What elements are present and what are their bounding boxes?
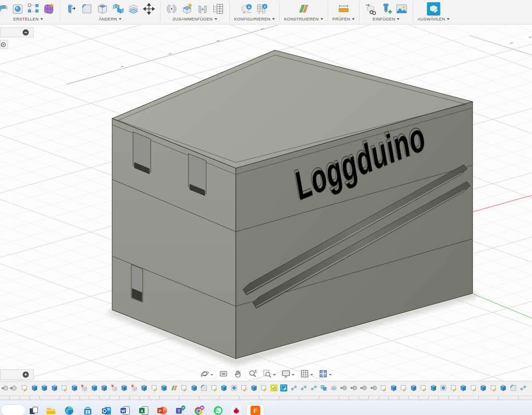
timeline-feature-suppressed[interactable] xyxy=(131,384,138,391)
fastener-icon[interactable] xyxy=(379,2,393,16)
timeline-panel-collapsed[interactable]: + xyxy=(0,369,34,380)
dropdown-caret-icon[interactable] xyxy=(329,374,332,375)
timeline-feature-rigid-group[interactable] xyxy=(340,384,347,391)
timeline-feature-sketch[interactable] xyxy=(61,384,68,391)
timeline-feature-rigid-group[interactable] xyxy=(370,384,377,391)
taskbar-app-excel[interactable]: X xyxy=(138,405,149,415)
dropdown-caret-icon[interactable] xyxy=(310,374,313,375)
timeline-feature-sketch-active[interactable] xyxy=(280,384,287,391)
sweep-icon[interactable] xyxy=(0,2,9,16)
timeline-feature-extrude[interactable] xyxy=(390,384,397,391)
model-box-loggduino[interactable]: Loggduino Loggduino xyxy=(0,25,532,381)
go-to-start-button[interactable] xyxy=(1,384,9,392)
form-icon[interactable] xyxy=(42,2,55,16)
measure-icon[interactable] xyxy=(337,2,350,16)
taskbar-app-powerpoint[interactable]: P xyxy=(156,405,167,415)
step-back-button[interactable] xyxy=(10,384,17,392)
move-icon[interactable] xyxy=(142,2,156,16)
timeline-feature-fillet[interactable] xyxy=(200,384,207,391)
timeline-feature-split[interactable] xyxy=(330,384,337,391)
taskbar-app-raspberry-pi[interactable] xyxy=(231,405,242,415)
timeline-feature-sketch[interactable] xyxy=(21,384,28,391)
look-at-button[interactable] xyxy=(218,368,229,381)
browser-collapse-button[interactable]: − xyxy=(23,29,29,36)
timeline-feature-extrude[interactable] xyxy=(430,384,437,391)
timeline-feature-sketch[interactable] xyxy=(400,384,407,391)
timeline-feature-extrude[interactable] xyxy=(160,384,168,391)
config-table-icon[interactable] xyxy=(255,2,269,16)
toolbar-group-label-konstruieren[interactable]: KONSTRUIEREN xyxy=(284,16,323,21)
timeline-feature-extrude[interactable] xyxy=(460,384,467,391)
viewport-canvas[interactable]: Loggduino Loggduino − + xyxy=(0,25,532,381)
grid-settings-button[interactable] xyxy=(299,368,314,381)
taskbar-app-task-view[interactable] xyxy=(28,405,39,415)
sketch-pattern-icon[interactable] xyxy=(27,2,40,16)
hole-icon[interactable] xyxy=(11,2,24,16)
toolbar-group-label-ausw-hlen[interactable]: AUSWÄHLEN xyxy=(418,16,450,21)
toolbar-group-label-zusammenf-gen[interactable]: ZUSAMMENFÜGEN xyxy=(172,16,217,21)
dropdown-caret-icon[interactable] xyxy=(292,374,294,375)
dropdown-caret-icon[interactable] xyxy=(273,374,276,375)
timeline-feature-extrude[interactable] xyxy=(410,384,417,391)
timeline-feature-rigid-group[interactable] xyxy=(350,384,357,391)
timeline-feature-suppressed[interactable] xyxy=(81,384,88,391)
timeline-feature-sketch[interactable] xyxy=(240,384,247,391)
timeline-feature-extrude[interactable] xyxy=(500,384,507,391)
derive-icon[interactable] xyxy=(364,2,377,16)
taskbar-app-chrome[interactable]: M xyxy=(194,405,204,415)
browser-panel-collapsed[interactable]: − xyxy=(0,28,34,37)
timeline-feature-joint[interactable] xyxy=(300,384,307,391)
taskbar-app-edge[interactable] xyxy=(64,405,74,415)
timeline-feature-extrude[interactable] xyxy=(480,384,487,391)
press-pull-icon[interactable] xyxy=(65,2,78,16)
timeline-feature-rigid-group[interactable] xyxy=(360,384,367,391)
timeline-feature-sketch[interactable] xyxy=(380,384,387,391)
timeline-feature-sketch[interactable] xyxy=(470,384,477,391)
split-icon[interactable] xyxy=(127,2,140,16)
taskbar-app-outlook[interactable] xyxy=(101,405,112,415)
as-built-joint-icon[interactable] xyxy=(196,2,209,16)
timeline-feature-sketch[interactable] xyxy=(260,384,267,391)
dropdown-caret-icon[interactable] xyxy=(211,374,213,375)
timeline-feature-sketch[interactable] xyxy=(211,384,218,391)
timeline-feature-extrude[interactable] xyxy=(71,384,78,391)
taskbar-app-store[interactable] xyxy=(82,405,93,415)
zoom-button[interactable] xyxy=(247,368,258,381)
canvas-icon[interactable] xyxy=(395,2,408,16)
timeline-feature-joint[interactable] xyxy=(310,384,317,391)
timeline-feature-sketch[interactable] xyxy=(151,384,158,391)
joint-icon[interactable] xyxy=(165,2,178,16)
timeline-feature-component-activate[interactable] xyxy=(270,384,278,391)
timeline-feature-extrude[interactable] xyxy=(121,384,128,391)
configure-icon[interactable] xyxy=(240,2,253,16)
timeline-feature-extrude[interactable] xyxy=(141,384,148,391)
toolbar-group-label-einf-gen[interactable]: EINFÜGEN xyxy=(373,16,400,21)
timeline-feature-plane[interactable] xyxy=(171,384,178,391)
browser-expand-chip[interactable] xyxy=(0,40,8,49)
timeline-expand-button[interactable]: + xyxy=(23,372,29,378)
timeline-feature-sketch[interactable] xyxy=(450,384,457,391)
timeline-feature-suppressed[interactable] xyxy=(111,384,118,391)
timeline-feature-sketch[interactable] xyxy=(420,384,427,391)
combine-icon[interactable] xyxy=(111,2,125,16)
orbit-button[interactable] xyxy=(199,368,215,381)
toolbar-group-label-erstellen[interactable]: ERSTELLEN xyxy=(13,16,43,21)
display-settings-button[interactable] xyxy=(280,368,296,381)
bom-icon[interactable] xyxy=(211,2,225,16)
viewports-button[interactable] xyxy=(317,368,333,381)
timeline-ruler[interactable] xyxy=(0,395,532,399)
shell-icon[interactable] xyxy=(96,2,109,16)
timeline-feature-extrude[interactable] xyxy=(220,384,227,391)
timeline-feature-extrude[interactable] xyxy=(91,384,98,391)
new-component-icon[interactable] xyxy=(180,2,194,16)
timeline-feature-hole[interactable] xyxy=(440,384,447,391)
timeline-feature-hole[interactable] xyxy=(231,384,238,391)
timeline-feature-fillet[interactable] xyxy=(510,384,517,391)
toolbar-group-label-konfigurieren[interactable]: KONFIGURIEREN xyxy=(234,16,275,21)
timeline-feature-sketch[interactable] xyxy=(490,384,497,391)
fillet-icon[interactable] xyxy=(80,2,94,16)
toolbar-group-label-pr-fen[interactable]: PRÜFEN xyxy=(332,16,355,21)
taskbar-app-teams[interactable]: T xyxy=(175,405,186,415)
timeline-feature-extrude[interactable] xyxy=(51,384,58,391)
taskbar-app-fusion-360[interactable]: F xyxy=(246,404,264,415)
